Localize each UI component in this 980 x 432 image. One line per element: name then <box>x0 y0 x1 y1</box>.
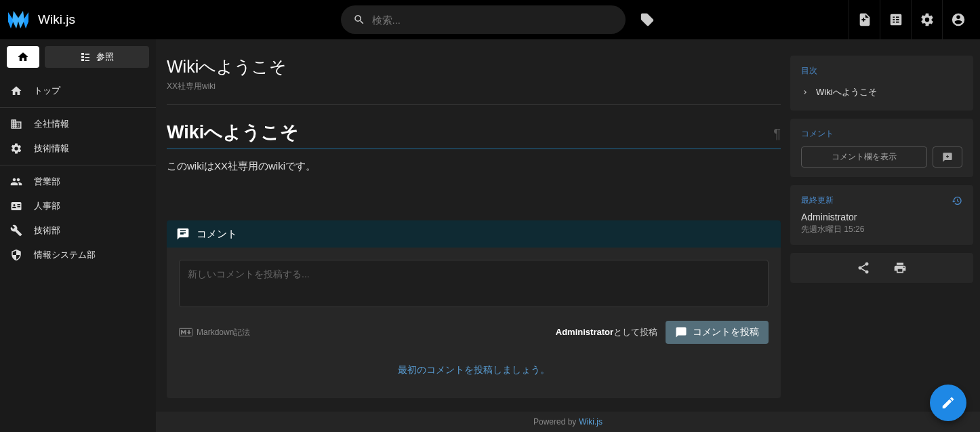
page-actions-button[interactable] <box>880 0 911 39</box>
comment-icon <box>675 326 687 338</box>
browse-button[interactable]: 参照 <box>45 46 149 68</box>
id-card-icon <box>9 199 23 213</box>
comment-icon <box>176 227 190 241</box>
sidebar-item-label: 人事部 <box>34 200 60 212</box>
markdown-icon <box>179 328 192 337</box>
edit-fab[interactable] <box>930 385 966 421</box>
comments-card: コメント コメント欄を表示 <box>790 119 973 177</box>
sidebar-item-label: 技術情報 <box>34 142 69 155</box>
sidebar-item-it[interactable]: 情報システム部 <box>0 243 156 267</box>
sidebar-item-label: 全社情報 <box>34 118 69 130</box>
view-comments-button[interactable]: コメント欄を表示 <box>801 146 927 168</box>
comments-header-label: コメント <box>197 228 237 241</box>
site-title: Wiki.js <box>38 12 75 27</box>
comments-section: コメント <box>167 220 781 248</box>
new-page-button[interactable] <box>849 0 880 39</box>
history-icon[interactable] <box>952 195 962 206</box>
tree-icon <box>80 52 91 62</box>
toc-title: 目次 <box>801 65 962 77</box>
settings-button[interactable] <box>911 0 942 39</box>
divider <box>167 104 781 105</box>
sidebar-item-label: 営業部 <box>34 176 60 188</box>
header: Wiki.js <box>0 0 980 39</box>
building-icon <box>9 117 23 131</box>
last-updated-card: 最終更新 Administrator 先週水曜日 15:26 <box>790 185 973 245</box>
sidebar-item-top[interactable]: トップ <box>0 79 156 103</box>
content: Wikiへようこそ XX社専用wiki Wikiへようこそ ¶ このwikiはX… <box>167 56 781 432</box>
sidebar-item-label: 技術部 <box>34 224 60 237</box>
account-button[interactable] <box>942 0 973 39</box>
chevron-right-icon <box>801 88 809 96</box>
first-comment-message: 最初のコメントを投稿しましょう。 <box>179 344 769 386</box>
sidebar-item-label: トップ <box>34 85 60 97</box>
sidebar-item-sales[interactable]: 営業部 <box>0 170 156 194</box>
right-column: 目次 Wikiへようこそ コメント コメント欄を表示 最終更新 <box>790 56 980 432</box>
updated-user: Administrator <box>801 212 962 222</box>
divider <box>0 165 156 165</box>
wikijs-logo-icon <box>7 8 30 31</box>
browse-label: 参照 <box>96 51 114 63</box>
post-as-label: Administratorとして投稿 <box>556 326 657 338</box>
shield-icon <box>9 248 23 262</box>
tags-button[interactable] <box>634 5 661 34</box>
print-button[interactable] <box>892 260 908 276</box>
post-comment-button[interactable]: コメントを投稿 <box>666 321 769 344</box>
header-actions <box>849 0 973 39</box>
comment-input[interactable] <box>179 260 769 307</box>
sidebar-item-hr[interactable]: 人事部 <box>0 194 156 218</box>
toc-item[interactable]: Wikiへようこそ <box>801 83 962 101</box>
anchor-link-icon[interactable]: ¶ <box>773 126 781 142</box>
updated-time: 先週水曜日 15:26 <box>801 224 962 235</box>
toc-card: 目次 Wikiへようこそ <box>790 56 973 111</box>
search-input[interactable] <box>372 14 613 26</box>
sidebar-item-label: 情報システム部 <box>34 249 96 261</box>
pencil-icon <box>941 395 956 410</box>
footer-link[interactable]: Wiki.js <box>579 417 603 427</box>
home-button[interactable] <box>7 46 39 68</box>
divider <box>0 107 156 108</box>
search-box[interactable] <box>341 5 626 34</box>
last-updated-title: 最終更新 <box>801 195 834 206</box>
page-subtitle: XX社専用wiki <box>167 81 781 92</box>
paragraph: このwikiはXX社専用のwikiです。 <box>167 160 781 173</box>
sidebar: 参照 トップ 全社情報 技術情報 営業部 <box>0 39 156 432</box>
page-title: Wikiへようこそ <box>167 56 781 78</box>
sidebar-item-tech-info[interactable]: 技術情報 <box>0 136 156 161</box>
people-icon <box>9 175 23 189</box>
home-icon <box>9 84 23 98</box>
tools-icon <box>9 224 23 237</box>
comments-card-title: コメント <box>801 128 962 140</box>
logo-group: Wiki.js <box>7 8 152 31</box>
heading-1: Wikiへようこそ <box>167 120 299 144</box>
footer: Powered by Wiki.js <box>156 412 980 432</box>
sidebar-item-company[interactable]: 全社情報 <box>0 112 156 136</box>
markdown-hint[interactable]: Markdown記法 <box>179 327 250 338</box>
gear-icon <box>9 142 23 155</box>
search-wrap <box>152 5 849 34</box>
search-icon <box>353 14 365 26</box>
share-button[interactable] <box>855 260 872 276</box>
share-card <box>790 253 973 283</box>
sidebar-item-tech-dept[interactable]: 技術部 <box>0 218 156 243</box>
new-comment-button[interactable] <box>933 146 962 168</box>
